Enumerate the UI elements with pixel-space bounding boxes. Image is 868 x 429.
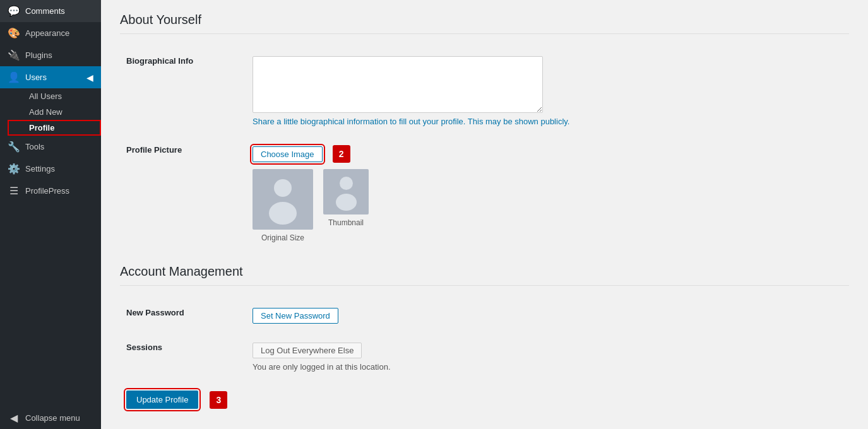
- tools-icon: 🔧: [8, 141, 20, 153]
- sidebar-item-plugins[interactable]: 🔌 Plugins: [0, 44, 101, 66]
- password-cell: Set New Password: [246, 298, 849, 333]
- bio-textarea[interactable]: [253, 56, 543, 113]
- profile-picture-row: Profile Picture Choose Image 2: [120, 136, 849, 252]
- sessions-label: Sessions: [120, 333, 246, 381]
- sidebar-item-settings[interactable]: ⚙️ Settings: [0, 158, 101, 180]
- sidebar-item-users[interactable]: 👤 Users ◀: [0, 66, 101, 88]
- sidebar-item-appearance[interactable]: 🎨 Appearance: [0, 22, 101, 44]
- sidebar-label-comments: Comments: [25, 6, 65, 16]
- sidebar-label-tools: Tools: [25, 142, 44, 151]
- sidebar-label-plugins: Plugins: [25, 50, 52, 60]
- badge-2: 2: [333, 145, 350, 163]
- session-note: You are only logged in at this location.: [253, 362, 843, 372]
- logout-everywhere-button[interactable]: Log Out Everywhere Else: [253, 343, 362, 358]
- choose-image-button[interactable]: Choose Image: [253, 146, 323, 162]
- users-icon: 👤: [8, 71, 20, 83]
- sessions-cell: Log Out Everywhere Else You are only log…: [246, 333, 849, 381]
- comments-icon: 💬: [8, 5, 20, 17]
- thumbnail-label: Thumbnail: [328, 218, 364, 227]
- profile-picture-label: Profile Picture: [120, 136, 246, 252]
- avatar-container: Original Size Thumbnail: [253, 169, 843, 242]
- profilepress-icon: ☰: [8, 185, 20, 197]
- settings-icon: ⚙️: [8, 163, 20, 175]
- profile-form: Biographical Info Share a little biograp…: [120, 47, 849, 252]
- new-password-label: New Password: [120, 298, 246, 333]
- sidebar-item-profilepress[interactable]: ☰ ProfilePress: [0, 180, 101, 202]
- bio-label: Biographical Info: [120, 47, 246, 136]
- plugins-icon: 🔌: [8, 49, 20, 61]
- thumbnail-box: Thumbnail: [323, 169, 369, 242]
- sidebar-item-comments[interactable]: 💬 Comments: [0, 0, 101, 22]
- badge-3: 3: [210, 391, 227, 409]
- sidebar-collapse[interactable]: ◀ Collapse menu: [0, 407, 101, 429]
- sidebar-subitem-all-users[interactable]: All Users: [8, 88, 101, 104]
- sidebar: 💬 Comments 🎨 Appearance 🔌 Plugins 👤 User…: [0, 0, 101, 429]
- about-yourself-title: About Yourself: [120, 13, 849, 34]
- update-profile-button[interactable]: Update Profile: [126, 391, 198, 409]
- account-management-title: Account Management: [120, 264, 849, 286]
- users-collapse-arrow: ◀: [86, 73, 93, 83]
- sidebar-item-tools[interactable]: 🔧 Tools: [0, 136, 101, 158]
- bio-cell: Share a little biographical information …: [246, 47, 849, 136]
- original-avatar: [253, 169, 313, 230]
- svg-point-0: [274, 179, 292, 197]
- appearance-icon: 🎨: [8, 27, 20, 39]
- svg-point-3: [336, 194, 357, 211]
- action-row: Update Profile 3: [120, 381, 849, 418]
- original-size-box: Original Size: [253, 169, 313, 242]
- sidebar-label-settings: Settings: [25, 164, 55, 173]
- sidebar-label-profilepress: ProfilePress: [25, 186, 69, 196]
- svg-point-2: [340, 177, 353, 190]
- sidebar-label-collapse: Collapse menu: [25, 413, 80, 423]
- password-row: New Password Set New Password: [120, 298, 849, 333]
- main-content: About Yourself Biographical Info Share a…: [101, 0, 868, 429]
- sidebar-subitem-profile[interactable]: Profile: [8, 120, 101, 136]
- thumbnail-avatar: [323, 169, 369, 214]
- account-form: New Password Set New Password Sessions L…: [120, 298, 849, 381]
- users-submenu: All Users Add New Profile: [0, 88, 101, 136]
- sidebar-subitem-add-new[interactable]: Add New: [8, 104, 101, 120]
- profile-picture-cell: Choose Image 2 Original Size: [246, 136, 849, 252]
- sidebar-label-appearance: Appearance: [25, 28, 69, 38]
- original-size-label: Original Size: [261, 233, 304, 242]
- collapse-icon: ◀: [8, 412, 20, 424]
- set-password-button[interactable]: Set New Password: [253, 308, 338, 324]
- bio-row: Biographical Info Share a little biograp…: [120, 47, 849, 136]
- sidebar-label-users: Users: [25, 73, 47, 82]
- sessions-row: Sessions Log Out Everywhere Else You are…: [120, 333, 849, 381]
- svg-point-1: [269, 202, 297, 225]
- bio-hint: Share a little biographical information …: [253, 117, 843, 126]
